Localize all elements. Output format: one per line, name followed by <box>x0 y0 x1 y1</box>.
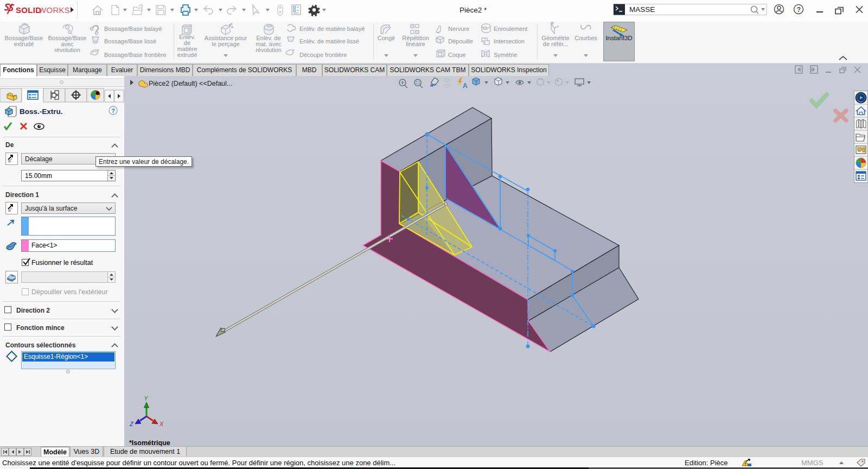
svg-text:Instant3D: Instant3D <box>605 35 632 41</box>
svg-text:Pièce2 *: Pièce2 * <box>459 6 487 14</box>
svg-text:?: ? <box>797 6 801 14</box>
svg-text:A: A <box>463 82 468 90</box>
svg-text:MASSE: MASSE <box>629 5 655 14</box>
svg-text:Z: Z <box>129 421 134 427</box>
svg-text:Pièce2 (Default) <<Defaul...: Pièce2 (Default) <<Defaul... <box>149 80 232 87</box>
svg-text:Y: Y <box>144 395 148 402</box>
svg-text:*Isométrique: *Isométrique <box>129 439 170 446</box>
svg-text:SOLID: SOLID <box>16 5 41 15</box>
svg-text:WORKS: WORKS <box>39 5 70 15</box>
svg-text:X: X <box>159 421 164 427</box>
svg-text:?: ? <box>111 107 115 114</box>
